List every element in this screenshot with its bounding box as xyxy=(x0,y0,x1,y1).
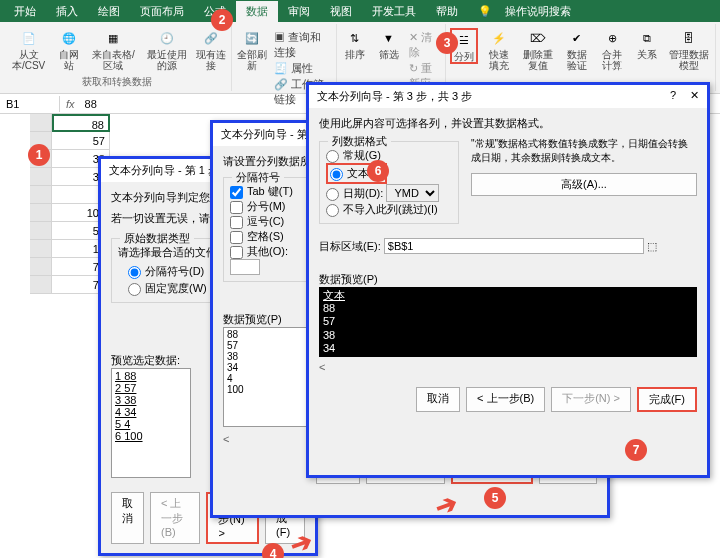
btn-consolidate[interactable]: ⊕合并计算 xyxy=(598,28,627,71)
dlg2-chk-tab[interactable]: Tab 键(T) xyxy=(230,185,293,197)
fx-icon[interactable]: fx xyxy=(60,98,81,110)
btn-from-csv[interactable]: 📄从文本/CSV xyxy=(8,28,49,71)
btn-queries[interactable]: ▣ 查询和连接 xyxy=(274,30,332,60)
dlg1-back: < 上一步(B) xyxy=(150,492,200,544)
tab-review[interactable]: 审阅 xyxy=(278,1,320,22)
dlg2-chk-semi[interactable]: 分号(M) xyxy=(230,200,286,212)
btn-filter[interactable]: ▼筛选 xyxy=(375,28,403,60)
badge-1: 1 xyxy=(28,144,50,166)
btn-remove-dup[interactable]: ⌦删除重复值 xyxy=(519,28,556,71)
dlg3-dest-label: 目标区域(E): xyxy=(319,240,381,252)
name-box[interactable]: B1 xyxy=(0,96,60,112)
dlg3-radio-date[interactable]: 日期(D): xyxy=(326,187,383,199)
group-get-transform: 获取和转换数据 xyxy=(82,73,152,91)
dlg3-frame-title: 列数据格式 xyxy=(328,134,391,149)
badge-6: 6 xyxy=(367,160,389,182)
tab-insert[interactable]: 插入 xyxy=(46,1,88,22)
range-picker-icon[interactable]: ⬚ xyxy=(647,240,657,252)
tab-data[interactable]: 数据 xyxy=(236,1,278,22)
dlg3-text: 使用此屏内容可选择各列，并设置其数据格式。 xyxy=(319,116,697,131)
dlg3-advanced[interactable]: 高级(A)... xyxy=(471,173,697,196)
btn-sort[interactable]: ⇅排序 xyxy=(341,28,369,60)
dlg3-close-icon[interactable]: ✕ xyxy=(690,89,699,101)
btn-properties[interactable]: 🧾 属性 xyxy=(274,61,332,76)
dlg3-preview-label: 数据预览(P) xyxy=(319,272,697,287)
tab-start[interactable]: 开始 xyxy=(4,1,46,22)
dlg3-title: 文本分列向导 - 第 3 步，共 3 步 xyxy=(317,89,472,104)
tab-layout[interactable]: 页面布局 xyxy=(130,1,194,22)
btn-relations[interactable]: ⧉关系 xyxy=(633,28,661,60)
tab-dev[interactable]: 开发工具 xyxy=(362,1,426,22)
btn-data-val[interactable]: ✔数据验证 xyxy=(562,28,591,71)
dlg1-radio-fixed[interactable]: 固定宽度(W) xyxy=(128,282,207,294)
dlg2-chk-other[interactable]: 其他(O): xyxy=(230,245,288,257)
tab-view[interactable]: 视图 xyxy=(320,1,362,22)
dlg1-radio-delim[interactable]: 分隔符号(D) xyxy=(128,265,204,277)
dlg1-preview: 1 882 573 384 345 46 100 xyxy=(111,368,191,478)
dlg3-preview: 文本 885738344100 xyxy=(319,287,697,357)
btn-from-table[interactable]: ▦来自表格/区域 xyxy=(89,28,137,71)
badge-7: 7 xyxy=(625,439,647,461)
tab-draw[interactable]: 绘图 xyxy=(88,1,130,22)
badge-2: 2 xyxy=(211,9,233,31)
dlg3-finish[interactable]: 完成(F) xyxy=(637,387,697,412)
btn-data-model[interactable]: 🗄管理数据模型 xyxy=(667,28,711,71)
dlg1-frame-title: 原始数据类型 xyxy=(120,231,194,246)
dlg1-cancel[interactable]: 取消 xyxy=(111,492,144,544)
badge-4: 4 xyxy=(262,543,284,558)
dlg3-cancel[interactable]: 取消 xyxy=(416,387,460,412)
btn-recent[interactable]: 🕘最近使用的源 xyxy=(144,28,190,71)
dlg3-dest-input[interactable] xyxy=(384,238,644,254)
dlg3-next: 下一步(N) > xyxy=(551,387,631,412)
dlg2-other-input[interactable] xyxy=(230,259,260,275)
formula-value[interactable]: 88 xyxy=(81,96,101,112)
badge-3: 3 xyxy=(436,32,458,54)
dlg2-chk-comma[interactable]: 逗号(C) xyxy=(230,215,284,227)
btn-existing[interactable]: 🔗现有连接 xyxy=(196,28,227,71)
dlg3-note: "常规"数据格式将数值转换成数字，日期值会转换成日期，其余数据则转换成文本。 xyxy=(471,137,697,165)
ribbon-tabs: 开始 插入 绘图 页面布局 公式 数据 审阅 视图 开发工具 帮助 💡 操作说明… xyxy=(0,0,720,22)
dlg3-back[interactable]: < 上一步(B) xyxy=(466,387,545,412)
dlg2-chk-space[interactable]: 空格(S) xyxy=(230,230,284,242)
btn-refresh-all[interactable]: 🔄全部刷新 xyxy=(236,28,268,71)
tab-help[interactable]: 帮助 xyxy=(426,1,468,22)
dlg3-radio-general[interactable]: 常规(G) xyxy=(326,149,381,161)
dlg3-radio-skip[interactable]: 不导入此列(跳过)(I) xyxy=(326,203,438,215)
dlg3-help-icon[interactable]: ? xyxy=(670,89,676,101)
badge-5: 5 xyxy=(484,487,506,509)
btn-flash-fill[interactable]: ⚡快速填充 xyxy=(484,28,513,71)
dlg2-frame-title: 分隔符号 xyxy=(232,170,284,185)
row-headers xyxy=(30,114,52,294)
wizard-step3-dialog: 文本分列向导 - 第 3 步，共 3 步 ?✕ 使用此屏内容可选择各列，并设置其… xyxy=(306,82,710,478)
dlg3-date-format[interactable]: YMD xyxy=(386,184,439,202)
btn-from-web[interactable]: 🌐自网站 xyxy=(55,28,83,71)
search-hint[interactable]: 💡 操作说明搜索 xyxy=(468,1,591,22)
